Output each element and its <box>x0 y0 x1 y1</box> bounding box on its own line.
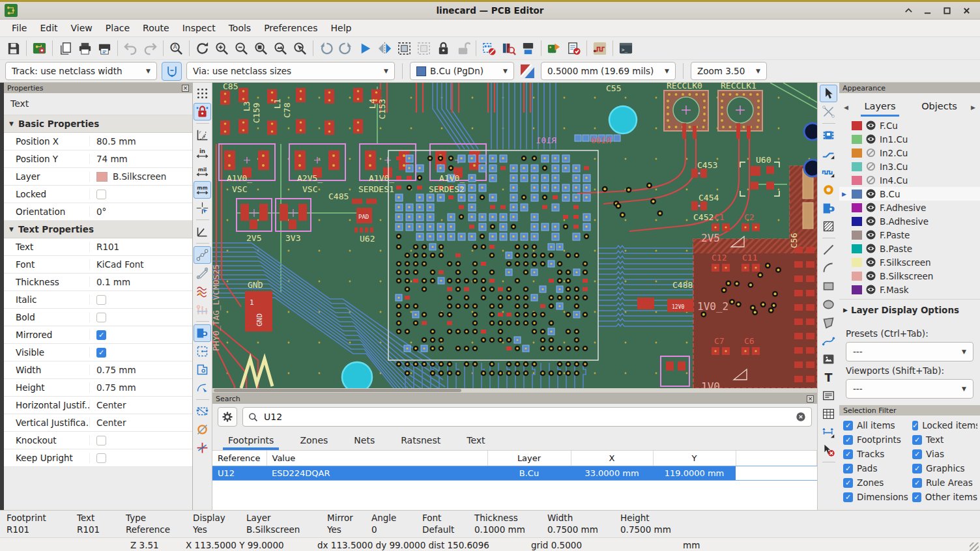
length-tuner-button[interactable] <box>590 39 609 58</box>
menu-item-tools[interactable]: Tools <box>222 21 258 35</box>
column-header-y[interactable]: Y <box>653 451 736 466</box>
layer-row-f-cu[interactable]: F.Cu <box>839 119 980 132</box>
visibility-eye-icon[interactable] <box>866 257 876 267</box>
zoom-selection-button[interactable] <box>291 39 310 58</box>
fp-dashed-button[interactable] <box>194 403 211 420</box>
mirror-button[interactable] <box>375 39 394 58</box>
board-setup-button[interactable] <box>30 39 49 58</box>
search-tab-nets[interactable]: Nets <box>353 432 376 450</box>
unlock-button[interactable] <box>454 39 472 58</box>
layer-row-f-adhesive[interactable]: F.Adhesive <box>839 201 980 214</box>
visibility-hidden-icon[interactable] <box>866 162 876 171</box>
lock-shown-button[interactable] <box>194 103 211 120</box>
track-width-dropdown[interactable]: Track: use netclass width▼ <box>5 62 157 80</box>
property-value[interactable]: KiCad Font <box>96 259 144 270</box>
net-highlight-button[interactable] <box>820 103 837 120</box>
tune-length-button[interactable] <box>820 163 837 180</box>
zone-curve-button[interactable] <box>194 379 211 397</box>
layer-row-f-mask[interactable]: F.Mask <box>839 283 980 296</box>
zone-outline-button[interactable] <box>194 361 211 378</box>
clear-search-icon[interactable] <box>796 412 806 422</box>
layer-color-swatch[interactable] <box>852 176 862 185</box>
visibility-eye-icon[interactable] <box>866 271 876 281</box>
filter-pads[interactable]: ✓Pads <box>843 463 912 473</box>
checkbox[interactable] <box>96 295 106 305</box>
place-image-button[interactable] <box>820 350 837 368</box>
checkbox[interactable]: ✓ <box>96 330 106 340</box>
layer-row-b-adhesive[interactable]: B.Adhesive <box>839 214 980 228</box>
layer-row-f-paste[interactable]: F.Paste <box>839 228 980 242</box>
filter-footprints[interactable]: ✓Footprints <box>843 434 912 445</box>
zoom-objects-button[interactable] <box>271 39 290 58</box>
checkbox[interactable]: ✓ <box>912 449 922 459</box>
checkbox[interactable] <box>96 190 106 199</box>
visibility-eye-icon[interactable] <box>866 230 876 240</box>
delete-tool-button[interactable] <box>820 442 837 459</box>
search-tab-ratsnest[interactable]: Ratsnest <box>399 432 442 450</box>
menu-item-view[interactable]: View <box>65 21 99 35</box>
layer-color-swatch[interactable] <box>852 190 862 199</box>
property-value[interactable]: R101 <box>96 242 119 252</box>
property-value[interactable]: 80.5 mm <box>96 136 136 147</box>
filter-rule-areas[interactable]: ✓Rule Areas <box>912 477 977 488</box>
visibility-hidden-icon[interactable] <box>866 175 876 185</box>
draw-zone-button[interactable] <box>820 199 837 217</box>
column-header-x[interactable]: X <box>571 451 653 466</box>
layer-row-in1-cu[interactable]: In1.Cu <box>839 132 980 146</box>
checkbox[interactable] <box>96 436 106 445</box>
lock-button[interactable] <box>434 39 453 58</box>
search-settings-button[interactable] <box>218 407 237 427</box>
menu-item-route[interactable]: Route <box>136 21 176 35</box>
checkbox[interactable]: ✓ <box>912 435 922 445</box>
property-value[interactable]: 0° <box>96 206 106 217</box>
checkbox[interactable]: ✓ <box>843 492 853 502</box>
dimension-button[interactable] <box>820 423 837 441</box>
close-button[interactable] <box>962 6 971 15</box>
filter-dimensions[interactable]: ✓Dimensions <box>843 492 912 502</box>
via-size-dropdown[interactable]: Via: use netclass sizes▼ <box>186 62 395 80</box>
rotate-cw-button[interactable] <box>336 39 355 58</box>
property-value[interactable]: Center <box>96 417 126 428</box>
curved-ratsnest-button[interactable] <box>194 246 211 264</box>
search-query-field[interactable] <box>263 411 791 423</box>
layer-color-swatch[interactable] <box>852 231 862 240</box>
save-button[interactable] <box>4 39 23 58</box>
draw-polygon-button[interactable] <box>820 314 837 332</box>
layer-row-b-paste[interactable]: B.Paste <box>839 242 980 255</box>
undo-button[interactable] <box>121 39 140 58</box>
filter-vias[interactable]: ✓Vias <box>912 449 977 459</box>
menu-item-edit[interactable]: Edit <box>33 21 64 35</box>
checkbox[interactable]: ✓ <box>912 464 922 473</box>
minimize-button[interactable] <box>923 6 932 15</box>
layer-row-in4-cu[interactable]: In4.Cu <box>839 173 980 187</box>
place-text-button[interactable]: T <box>820 369 837 386</box>
units-mm-button[interactable]: mm <box>194 181 211 199</box>
draw-line-button[interactable] <box>820 241 837 259</box>
footprint-print-button[interactable] <box>519 39 538 58</box>
layer-row-b-cu[interactable]: ▶B.Cu <box>839 187 980 201</box>
property-value[interactable]: 0.75 mm <box>96 365 136 375</box>
column-header-value[interactable]: Value <box>267 451 487 466</box>
footprint-check-button[interactable] <box>480 39 498 58</box>
section-header[interactable]: ▼Basic Properties <box>4 115 192 133</box>
layer-pair-indicator[interactable] <box>519 63 536 80</box>
plot-button[interactable] <box>95 39 114 58</box>
route-tracks-button[interactable] <box>820 145 837 162</box>
column-header-layer[interactable]: Layer <box>487 451 571 466</box>
property-value[interactable]: 74 mm <box>96 154 128 164</box>
net-waves-button[interactable] <box>194 283 211 300</box>
layer-color-swatch[interactable] <box>852 244 862 253</box>
canvas-horizontal-scrollbar[interactable] <box>212 388 817 393</box>
visibility-eye-icon[interactable] <box>866 216 876 226</box>
draw-circle-button[interactable] <box>820 296 837 313</box>
place-footprint-button[interactable] <box>820 126 837 144</box>
resize-grip[interactable] <box>970 543 979 551</box>
search-tab-footprints[interactable]: Footprints <box>227 432 275 450</box>
pad-slash-button[interactable] <box>194 421 211 438</box>
tab-layers[interactable]: Layers <box>850 98 910 117</box>
layer-color-swatch[interactable] <box>852 121 862 130</box>
shade-button[interactable] <box>903 6 912 15</box>
visibility-eye-icon[interactable] <box>866 134 876 144</box>
layer-color-swatch[interactable] <box>852 217 862 226</box>
layer-color-swatch[interactable] <box>852 162 862 171</box>
